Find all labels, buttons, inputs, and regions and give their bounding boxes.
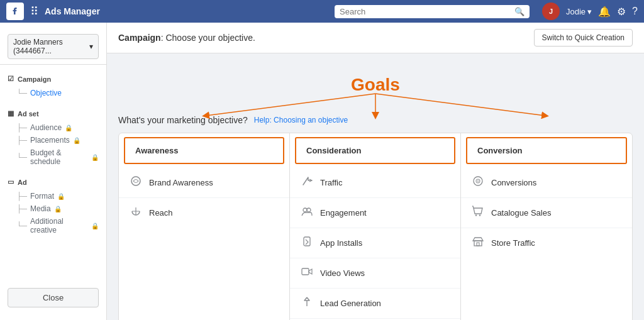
adset-tree: ├─ Audience 🔒 ├─ Placements 🔒 └─ Budget … bbox=[8, 121, 99, 168]
svg-point-6 bbox=[307, 208, 311, 212]
sidebar-item-placements[interactable]: ├─ Placements 🔒 bbox=[16, 134, 99, 146]
svg-line-1 bbox=[206, 94, 375, 116]
placements-lock-icon: 🔒 bbox=[73, 137, 80, 144]
conversion-column: Conversion Conversions Catalogue Sales bbox=[461, 133, 632, 320]
sidebar-section-adset-title: ▦ Ad set bbox=[8, 109, 99, 118]
traffic-icon bbox=[300, 175, 314, 190]
svg-point-10 bbox=[477, 180, 479, 182]
store-traffic-item[interactable]: Store Traffic bbox=[461, 228, 632, 258]
nav-right-actions: J Jodie ▾ 🔔 ⚙ ? bbox=[542, 3, 638, 20]
main-content: Campaign: Choose your objective. Switch … bbox=[107, 23, 644, 320]
campaign-tree: └─ Objective bbox=[8, 87, 99, 99]
ad-tree: ├─ Format 🔒 ├─ Media 🔒 └─ Additional cre… bbox=[8, 190, 99, 236]
grid-icon[interactable]: ⠿ bbox=[30, 4, 38, 18]
sidebar: Jodie Manners (3444667... ▾ ☑ Campaign └… bbox=[0, 23, 107, 320]
sidebar-item-additional-creative[interactable]: └─ Additional creative 🔒 bbox=[16, 215, 99, 236]
traffic-item[interactable]: Traffic bbox=[290, 168, 460, 198]
sidebar-section-campaign-title: ☑ Campaign bbox=[8, 75, 99, 83]
conversions-item[interactable]: Conversions bbox=[461, 168, 632, 198]
switch-to-quick-creation-button[interactable]: Switch to Quick Creation bbox=[534, 29, 633, 47]
reach-item[interactable]: Reach bbox=[119, 198, 289, 228]
sidebar-section-campaign: ☑ Campaign └─ Objective bbox=[0, 70, 106, 104]
objective-area: Goals bbox=[107, 53, 644, 320]
video-views-item[interactable]: Video Views bbox=[290, 258, 460, 289]
video-views-icon bbox=[300, 265, 314, 281]
sidebar-section-ad: ▭ Ad ├─ Format 🔒 ├─ Media 🔒 └─ bbox=[0, 173, 106, 241]
svg-rect-13 bbox=[474, 241, 482, 246]
lead-generation-icon bbox=[300, 295, 314, 311]
sidebar-item-budget[interactable]: └─ Budget & schedule 🔒 bbox=[16, 146, 99, 168]
app-installs-item[interactable]: App Installs bbox=[290, 228, 460, 258]
search-icon: 🔍 bbox=[514, 7, 525, 16]
goals-arrows-svg bbox=[118, 94, 633, 119]
svg-point-4 bbox=[131, 177, 140, 185]
svg-point-12 bbox=[479, 214, 480, 216]
svg-rect-14 bbox=[477, 243, 479, 246]
goals-title-row: Goals bbox=[118, 75, 633, 95]
svg-rect-7 bbox=[304, 237, 310, 246]
user-menu[interactable]: Jodie ▾ bbox=[566, 7, 592, 16]
awareness-column: Awareness Brand Awareness Reach bbox=[119, 133, 290, 320]
app-installs-icon bbox=[300, 235, 314, 251]
facebook-logo bbox=[6, 3, 24, 20]
goals-wrapper: Goals bbox=[118, 75, 633, 320]
reach-icon bbox=[129, 205, 143, 221]
notifications-icon[interactable]: 🔔 bbox=[598, 6, 611, 18]
brand-awareness-icon bbox=[129, 175, 143, 190]
media-lock-icon: 🔒 bbox=[54, 206, 62, 212]
sidebar-item-format[interactable]: ├─ Format 🔒 bbox=[16, 190, 99, 202]
ad-section-icon: ▭ bbox=[8, 178, 14, 186]
svg-line-3 bbox=[375, 94, 545, 116]
close-button[interactable]: Close bbox=[8, 288, 99, 307]
sidebar-item-objective[interactable]: └─ Objective bbox=[16, 87, 99, 99]
awareness-header: Awareness bbox=[124, 137, 284, 164]
top-navigation: ⠿ Ads Manager 🔍 J Jodie ▾ 🔔 ⚙ ? bbox=[0, 0, 644, 23]
store-traffic-icon bbox=[471, 235, 485, 251]
campaign-bar: Campaign: Choose your objective. Switch … bbox=[107, 23, 644, 53]
account-selector[interactable]: Jodie Manners (3444667... ▾ bbox=[8, 34, 99, 59]
goals-label: Goals bbox=[351, 75, 400, 94]
search-input[interactable] bbox=[340, 7, 514, 16]
svg-point-5 bbox=[303, 208, 307, 212]
catalogue-sales-icon bbox=[471, 205, 485, 221]
sidebar-section-adset: ▦ Ad set ├─ Audience 🔒 ├─ Placements 🔒 bbox=[0, 104, 106, 173]
conversions-icon bbox=[471, 175, 485, 190]
help-icon[interactable]: ? bbox=[632, 6, 638, 17]
audience-lock-icon: 🔒 bbox=[65, 124, 72, 131]
engagement-icon bbox=[300, 205, 314, 221]
svg-point-11 bbox=[475, 214, 477, 216]
sidebar-item-media[interactable]: ├─ Media 🔒 bbox=[16, 202, 99, 215]
additional-creative-lock-icon: 🔒 bbox=[91, 223, 99, 229]
campaign-bar-title: Campaign: Choose your objective. bbox=[118, 33, 255, 43]
consideration-column: Consideration Traffic Engagement bbox=[290, 133, 461, 320]
campaign-section-icon: ☑ bbox=[8, 75, 14, 83]
lead-generation-item[interactable]: Lead Generation bbox=[290, 289, 460, 319]
search-bar[interactable]: 🔍 bbox=[335, 5, 530, 18]
objectives-grid: Awareness Brand Awareness Reach bbox=[118, 133, 633, 320]
consideration-header: Consideration bbox=[295, 137, 455, 164]
app-title: Ads Manager bbox=[45, 6, 100, 16]
sidebar-section-ad-title: ▭ Ad bbox=[8, 178, 99, 186]
settings-icon[interactable]: ⚙ bbox=[617, 6, 626, 18]
svg-rect-8 bbox=[302, 268, 309, 275]
catalogue-sales-item[interactable]: Catalogue Sales bbox=[461, 198, 632, 228]
avatar[interactable]: J bbox=[542, 3, 560, 20]
adset-section-icon: ▦ bbox=[8, 109, 14, 118]
engagement-item[interactable]: Engagement bbox=[290, 198, 460, 228]
budget-lock-icon: 🔒 bbox=[91, 154, 99, 161]
brand-awareness-item[interactable]: Brand Awareness bbox=[119, 168, 289, 198]
format-lock-icon: 🔒 bbox=[57, 193, 65, 200]
conversion-header: Conversion bbox=[466, 137, 627, 164]
sidebar-item-audience[interactable]: ├─ Audience 🔒 bbox=[16, 121, 99, 134]
